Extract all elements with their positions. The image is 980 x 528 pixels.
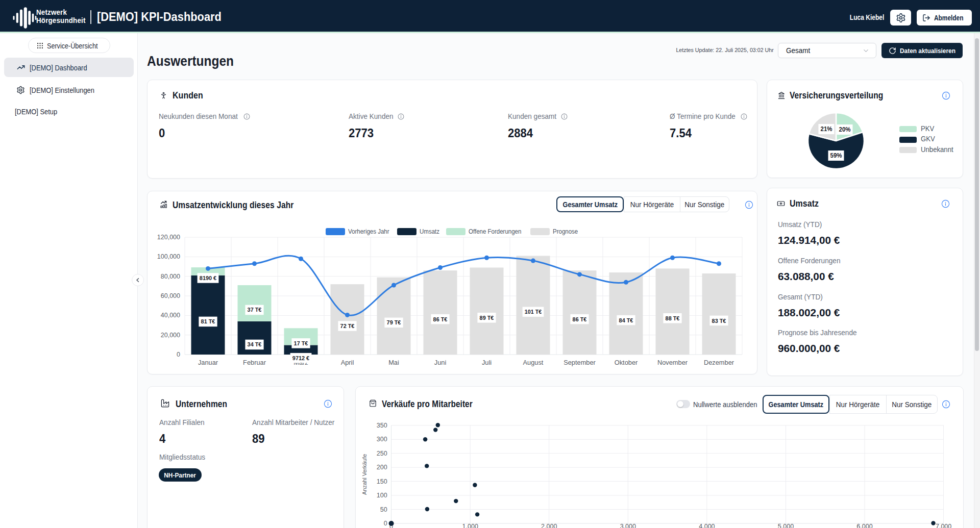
svg-text:60,000: 60,000 (161, 292, 180, 299)
svg-text:20%: 20% (839, 126, 851, 133)
svg-text:100: 100 (377, 492, 387, 499)
svg-text:5,000: 5,000 (778, 523, 794, 528)
svg-text:83 T€: 83 T€ (712, 318, 726, 324)
svg-text:3,000: 3,000 (620, 523, 636, 528)
svg-text:6,000: 6,000 (856, 523, 872, 528)
svg-text:100,000: 100,000 (157, 253, 180, 260)
svg-text:21%: 21% (821, 125, 832, 133)
svg-text:0: 0 (384, 520, 387, 527)
svg-text:17 T€: 17 T€ (294, 340, 308, 346)
svg-text:November: November (657, 359, 688, 366)
svg-text:Juni: Juni (434, 359, 446, 366)
svg-text:Mai: Mai (388, 359, 399, 366)
svg-text:350: 350 (377, 422, 387, 429)
svg-text:Januar: Januar (198, 359, 218, 366)
svg-text:59%: 59% (830, 152, 842, 159)
svg-text:April: April (341, 359, 354, 366)
svg-text:37 T€: 37 T€ (248, 307, 262, 313)
svg-text:80,000: 80,000 (161, 273, 180, 280)
svg-text:34 T€: 34 T€ (248, 341, 262, 347)
svg-text:Dezember: Dezember (704, 359, 734, 366)
svg-text:September: September (564, 359, 596, 366)
svg-text:4,000: 4,000 (699, 523, 715, 528)
svg-text:7,000: 7,000 (936, 523, 951, 528)
svg-text:101 T€: 101 T€ (525, 309, 542, 315)
svg-text:300: 300 (377, 436, 387, 443)
svg-text:79 T€: 79 T€ (387, 319, 401, 325)
svg-text:84 T€: 84 T€ (619, 317, 633, 323)
svg-text:86 T€: 86 T€ (433, 316, 448, 322)
svg-text:250: 250 (377, 450, 387, 457)
svg-text:2,000: 2,000 (541, 523, 557, 528)
svg-text:88 T€: 88 T€ (666, 315, 680, 321)
svg-text:August: August (523, 359, 544, 366)
svg-text:86 T€: 86 T€ (573, 316, 587, 322)
svg-text:0: 0 (177, 351, 180, 358)
svg-text:1,000: 1,000 (462, 523, 478, 528)
svg-text:81 T€: 81 T€ (201, 318, 215, 324)
svg-text:Februar: Februar (243, 359, 266, 366)
svg-text:150: 150 (377, 478, 387, 485)
svg-text:Juli: Juli (482, 359, 492, 366)
svg-text:72 T€: 72 T€ (340, 323, 355, 329)
svg-text:20,000: 20,000 (161, 332, 180, 339)
svg-text:50: 50 (380, 506, 387, 513)
svg-text:120,000: 120,000 (157, 234, 180, 241)
svg-text:8190 €: 8190 € (200, 275, 217, 281)
svg-text:Anzahl Verkäufe: Anzahl Verkäufe (361, 454, 368, 495)
svg-text:40,000: 40,000 (161, 312, 180, 319)
svg-text:Oktober: Oktober (615, 359, 638, 366)
svg-text:200: 200 (377, 464, 387, 471)
svg-text:89 T€: 89 T€ (480, 315, 494, 321)
svg-text:9712 €: 9712 € (292, 355, 310, 361)
